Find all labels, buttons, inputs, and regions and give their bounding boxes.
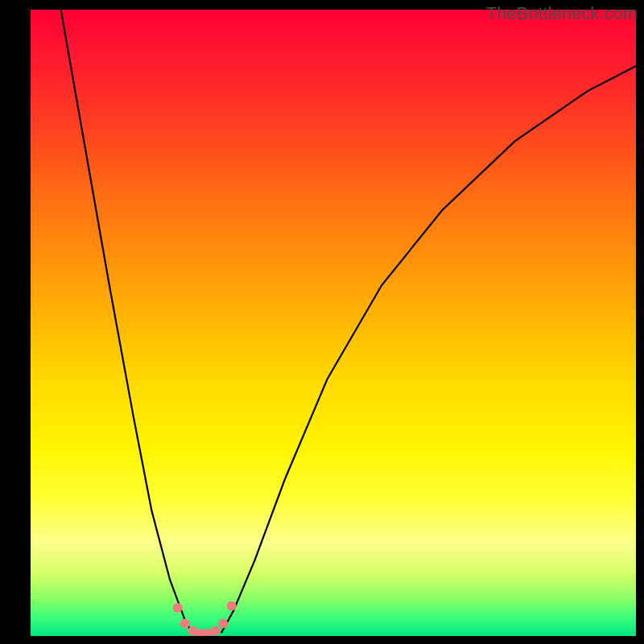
curve-left (61, 10, 192, 633)
valley-dot (180, 618, 190, 628)
chart-frame: TheBottleneck.com (0, 0, 644, 644)
valley-dot (218, 618, 228, 628)
curve-right (221, 66, 636, 633)
curve-layer (31, 10, 636, 636)
valley-markers (173, 601, 237, 636)
valley-dot (173, 603, 183, 613)
valley-dot (210, 626, 220, 636)
valley-dot (227, 601, 237, 611)
